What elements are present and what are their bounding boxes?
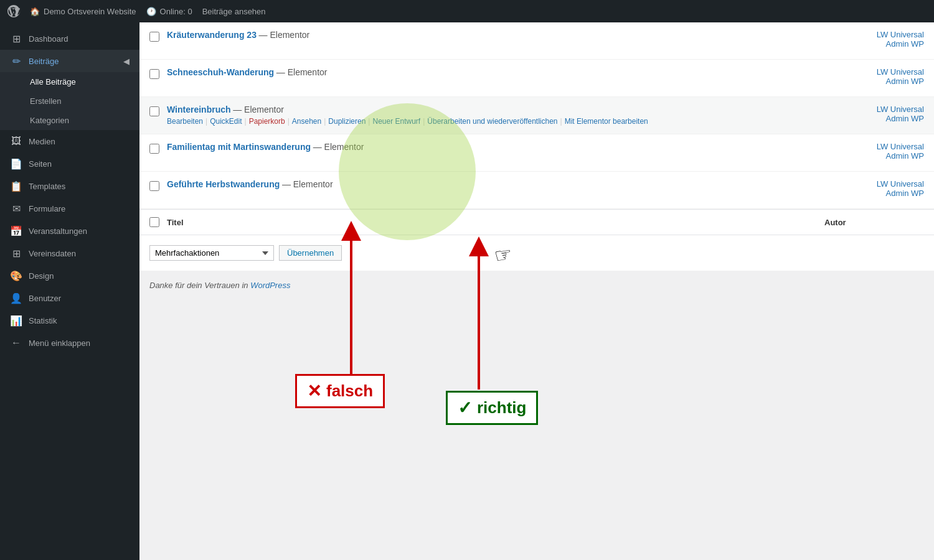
- post-checkbox-3[interactable]: [149, 106, 159, 116]
- sidebar-collapse[interactable]: ← Menü einklappen: [0, 332, 139, 354]
- vereinsdaten-label: Vereinsdaten: [29, 249, 76, 258]
- benutzer-label: Benutzer: [29, 294, 61, 303]
- sidebar-beitraege-label: Beiträge: [29, 57, 59, 66]
- post-row: Kräuterwanderung 23 — Elementor LW Unive…: [139, 22, 934, 60]
- medien-icon: 🖼: [10, 135, 22, 147]
- table-footer-checkbox[interactable]: [149, 217, 159, 227]
- post-title-5[interactable]: Geführte Herbstwanderung: [167, 179, 280, 189]
- sidebar-item-veranstaltungen[interactable]: 📅 Veranstaltungen: [0, 220, 139, 242]
- online-item[interactable]: 🕐 Online: 0: [146, 7, 192, 16]
- wp-logo-icon: [7, 5, 20, 17]
- table-footer: Titel Autor: [139, 209, 934, 235]
- apply-button[interactable]: Übernehmen: [279, 245, 342, 261]
- beitraege-submenu: Alle Beiträge Erstellen Kategorien: [0, 72, 139, 130]
- table-footer-author: Autor: [824, 218, 912, 227]
- post-row-wintereinbruch: Wintereinbruch — Elementor Bearbeiten | …: [139, 97, 934, 134]
- kategorien-label: Kategorien: [30, 116, 69, 125]
- templates-label: Templates: [29, 182, 65, 191]
- dashboard-icon: ⊞: [10, 32, 22, 45]
- statistik-label: Statistik: [29, 316, 57, 325]
- post-checkbox-2[interactable]: [149, 69, 159, 79]
- layout: ⊞ Dashboard ✏ Beiträge ◀ Alle Beiträge E…: [0, 22, 934, 560]
- post-subtitle-4: — Elementor: [313, 142, 364, 152]
- action-bearbeiten[interactable]: Bearbeiten: [167, 117, 203, 126]
- sidebar-item-benutzer[interactable]: 👤 Benutzer: [0, 287, 139, 309]
- post-checkbox-5[interactable]: [149, 181, 159, 191]
- post-author-5: LW UniversalAdmin WP: [837, 179, 924, 198]
- sidebar-item-erstellen[interactable]: Erstellen: [0, 91, 139, 111]
- sidebar-item-templates[interactable]: 📋 Templates: [0, 175, 139, 197]
- sidebar-item-formulare[interactable]: ✉ Formulare: [0, 197, 139, 220]
- post-subtitle-3: — Elementor: [233, 105, 284, 114]
- action-quickedit[interactable]: QuickEdit: [210, 117, 242, 126]
- seiten-label: Seiten: [29, 159, 52, 169]
- action-ansehen[interactable]: Ansehen: [292, 117, 321, 126]
- post-title-3[interactable]: Wintereinbruch: [167, 105, 231, 114]
- sidebar: ⊞ Dashboard ✏ Beiträge ◀ Alle Beiträge E…: [0, 22, 139, 560]
- veranstaltungen-icon: 📅: [10, 225, 22, 237]
- action-duplizieren[interactable]: Duplizieren: [328, 117, 366, 126]
- sidebar-item-vereinsdaten[interactable]: ⊞ Vereinsdaten: [0, 242, 139, 264]
- online-label: Online: 0: [160, 7, 192, 16]
- erstellen-label: Erstellen: [30, 96, 62, 106]
- footer-wordpress-link[interactable]: WordPress: [250, 281, 290, 290]
- home-icon: 🏠: [30, 7, 40, 16]
- sidebar-item-design[interactable]: 🎨 Design: [0, 264, 139, 287]
- post-title-1[interactable]: Kräuterwanderung 23: [167, 30, 257, 40]
- post-author-4: LW UniversalAdmin WP: [837, 142, 924, 161]
- sidebar-item-alle-beitraege[interactable]: Alle Beiträge: [0, 72, 139, 91]
- beitraege-icon: ✏: [10, 55, 22, 67]
- bulk-actions-select[interactable]: Mehrfachaktionen Löschen: [149, 245, 274, 261]
- clock-icon: 🕐: [146, 7, 156, 16]
- alle-beitraege-label: Alle Beiträge: [30, 77, 76, 86]
- bottom-bar: Mehrfachaktionen Löschen Übernehmen: [139, 235, 934, 271]
- medien-label: Medien: [29, 137, 55, 146]
- bulk-actions-row: Mehrfachaktionen Löschen Übernehmen: [149, 245, 924, 261]
- richtig-check-icon: ✓: [458, 398, 472, 418]
- post-content-5: Geführte Herbstwanderung — Elementor: [167, 179, 837, 189]
- site-name: Demo Ortsverein Website: [44, 7, 136, 16]
- formulare-label: Formulare: [29, 204, 65, 213]
- wp-logo-item[interactable]: [7, 5, 20, 17]
- sidebar-item-kategorien[interactable]: Kategorien: [0, 111, 139, 130]
- sidebar-item-dashboard[interactable]: ⊞ Dashboard: [0, 27, 139, 50]
- post-author-2: LW UniversalAdmin WP: [837, 67, 924, 86]
- view-posts-label: Beiträge ansehen: [202, 7, 266, 16]
- seiten-icon: 📄: [10, 157, 22, 170]
- vereinsdaten-icon: ⊞: [10, 247, 22, 259]
- collapse-icon: ←: [10, 337, 22, 349]
- sidebar-item-statistik[interactable]: 📊 Statistik: [0, 309, 139, 332]
- sidebar-item-medien[interactable]: 🖼 Medien: [0, 130, 139, 152]
- content-wrapper: Kräuterwanderung 23 — Elementor LW Unive…: [139, 22, 934, 300]
- post-title-4[interactable]: Familientag mit Martinswanderung: [167, 142, 311, 152]
- sidebar-item-beitraege[interactable]: ✏ Beiträge ◀: [0, 50, 139, 72]
- action-mit-elementor[interactable]: Mit Elementor bearbeiten: [565, 117, 648, 126]
- action-ueberarbeiten[interactable]: Überarbeiten und wiederveröffentlichen: [427, 117, 557, 126]
- sidebar-item-seiten[interactable]: 📄 Seiten: [0, 152, 139, 175]
- post-row: Geführte Herbstwanderung — Elementor LW …: [139, 172, 934, 209]
- post-actions-3: Bearbeiten | QuickEdit | Papierkorb | An…: [167, 117, 837, 126]
- post-row: Schneeschuh-Wanderung — Elementor LW Uni…: [139, 60, 934, 97]
- collapse-label: Menü einklappen: [29, 338, 90, 348]
- templates-icon: 📋: [10, 180, 22, 192]
- action-papierkorb[interactable]: Papierkorb: [249, 117, 285, 126]
- post-subtitle-5: — Elementor: [282, 179, 333, 189]
- action-neuer-entwurf[interactable]: Neuer Entwurf: [372, 117, 420, 126]
- home-item[interactable]: 🏠 Demo Ortsverein Website: [30, 7, 136, 16]
- falsch-annotation-box: ✕ falsch: [295, 374, 385, 408]
- view-posts-item[interactable]: Beiträge ansehen: [202, 7, 266, 16]
- benutzer-icon: 👤: [10, 292, 22, 304]
- richtig-annotation-box: ✓ richtig: [446, 391, 538, 425]
- richtig-label: richtig: [477, 398, 526, 418]
- post-content-2: Schneeschuh-Wanderung — Elementor: [167, 67, 837, 77]
- design-label: Design: [29, 271, 54, 281]
- design-icon: 🎨: [10, 269, 22, 282]
- post-content-3: Wintereinbruch — Elementor Bearbeiten | …: [167, 105, 837, 126]
- veranstaltungen-label: Veranstaltungen: [29, 226, 87, 236]
- post-checkbox-4[interactable]: [149, 144, 159, 154]
- post-checkbox-1[interactable]: [149, 32, 159, 42]
- table-footer-title: Titel: [167, 218, 824, 227]
- post-author-1: LW UniversalAdmin WP: [837, 30, 924, 49]
- post-title-2[interactable]: Schneeschuh-Wanderung: [167, 67, 274, 77]
- post-content-1: Kräuterwanderung 23 — Elementor: [167, 30, 837, 40]
